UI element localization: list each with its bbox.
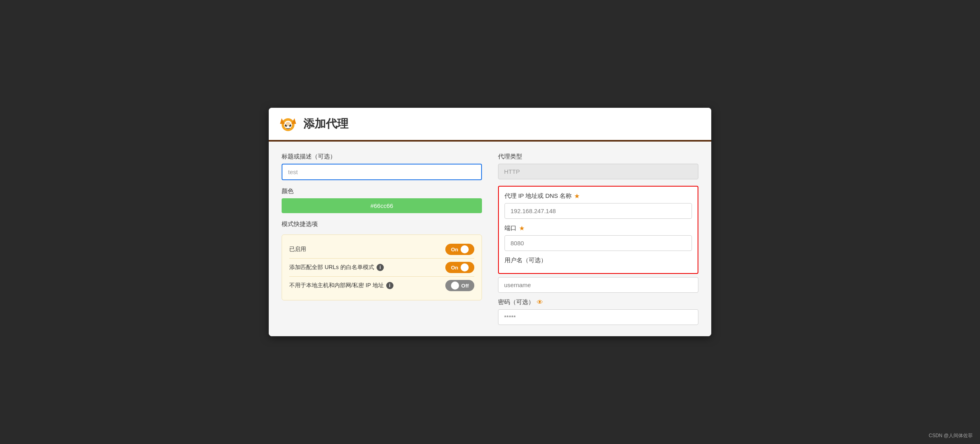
port-star-icon: ★ <box>519 224 525 232</box>
mode-local-label: 不用于本地主机和内部网/私密 IP 地址 i <box>289 282 393 289</box>
right-column: 代理类型 代理 IP 地址或 DNS 名称 ★ 端口 ★ <box>498 153 698 325</box>
password-label-row: 密码（可选） 👁 <box>498 298 698 306</box>
mode-row-local: 不用于本地主机和内部网/私密 IP 地址 i Off <box>289 276 474 294</box>
eye-icon[interactable]: 👁 <box>537 299 543 306</box>
toggle-whitelist[interactable]: On <box>445 262 474 273</box>
password-input[interactable] <box>498 309 698 325</box>
whitelist-info-icon[interactable]: i <box>377 264 384 271</box>
toggle-enabled[interactable]: On <box>445 244 474 255</box>
mode-section: 已启用 On 添加匹配全部 URLs 的白名单模式 i <box>282 234 482 300</box>
toggle-whitelist-knob <box>461 263 469 271</box>
username-label-row-inner: 用户名（可选） <box>504 257 692 264</box>
mode-whitelist-label: 添加匹配全部 URLs 的白名单模式 i <box>289 264 384 271</box>
ip-label: 代理 IP 地址或 DNS 名称 <box>504 192 572 200</box>
password-label: 密码（可选） <box>498 298 534 306</box>
fox-icon <box>278 114 298 134</box>
username-label-inner: 用户名（可选） <box>504 257 547 264</box>
username-input[interactable] <box>498 277 698 293</box>
highlight-box: 代理 IP 地址或 DNS 名称 ★ 端口 ★ 用户名（可选） <box>498 186 698 274</box>
mode-enabled-label: 已启用 <box>289 246 306 253</box>
form-content: 标题或描述（可选） 颜色 #66cc66 模式快捷选项 已启用 On <box>269 142 711 336</box>
toggle-enabled-knob <box>461 245 469 253</box>
main-window: 添加代理 标题或描述（可选） 颜色 #66cc66 模式快捷选项 已启用 <box>269 108 711 336</box>
ip-label-row: 代理 IP 地址或 DNS 名称 ★ <box>504 192 692 200</box>
proxy-type-input[interactable] <box>498 164 698 179</box>
proxy-type-label: 代理类型 <box>498 153 698 160</box>
port-label: 端口 <box>504 224 517 232</box>
port-input[interactable] <box>504 235 692 251</box>
toggle-local-text: Off <box>461 283 469 289</box>
mode-row-whitelist: 添加匹配全部 URLs 的白名单模式 i On <box>289 258 474 276</box>
toggle-whitelist-text: On <box>451 265 458 271</box>
left-column: 标题或描述（可选） 颜色 #66cc66 模式快捷选项 已启用 On <box>282 153 482 325</box>
svg-point-6 <box>286 122 290 126</box>
mode-row-enabled: 已启用 On <box>289 240 474 258</box>
form-grid: 标题或描述（可选） 颜色 #66cc66 模式快捷选项 已启用 On <box>282 153 698 325</box>
color-swatch[interactable]: #66cc66 <box>282 198 482 213</box>
title-bar: 添加代理 <box>269 108 711 142</box>
toggle-local[interactable]: Off <box>445 280 474 291</box>
ip-star-icon: ★ <box>574 192 580 200</box>
page-title: 添加代理 <box>303 116 348 132</box>
ip-input[interactable] <box>504 203 692 219</box>
port-label-row: 端口 ★ <box>504 224 692 232</box>
mode-label: 模式快捷选项 <box>282 220 482 228</box>
toggle-local-knob <box>451 282 459 290</box>
color-label: 颜色 <box>282 187 482 195</box>
title-input[interactable] <box>282 164 482 180</box>
local-info-icon[interactable]: i <box>386 282 393 289</box>
toggle-enabled-text: On <box>451 247 458 253</box>
title-label: 标题或描述（可选） <box>282 153 482 160</box>
watermark: CSDN @人间体佐菲 <box>929 432 973 439</box>
